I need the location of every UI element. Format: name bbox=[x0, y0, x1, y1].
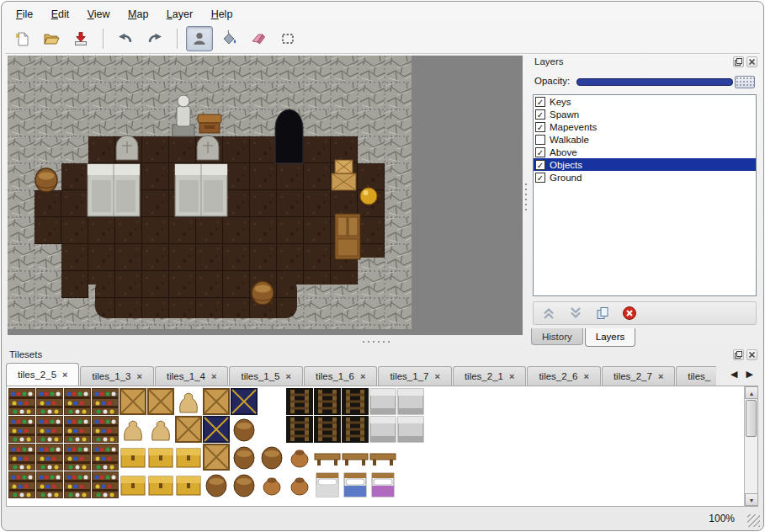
vertical-splitter[interactable] bbox=[523, 56, 529, 335]
layer-checkbox[interactable] bbox=[535, 135, 545, 145]
duplicate-layer-button[interactable] bbox=[592, 304, 613, 322]
new-file-button[interactable] bbox=[8, 26, 35, 51]
redo-button[interactable] bbox=[141, 26, 168, 51]
tab-close-icon[interactable]: × bbox=[583, 372, 588, 381]
scroll-up-button[interactable]: ▲ bbox=[745, 386, 758, 399]
tab-label: tiles_1_7 bbox=[390, 371, 428, 381]
tab-history[interactable]: History bbox=[531, 328, 583, 345]
tab-scroll-right-button[interactable]: ▶ bbox=[746, 369, 753, 380]
float-panel-button[interactable] bbox=[733, 56, 744, 67]
layer-list[interactable]: ✓ Keys ✓ Spawn ✓ Mapevents Walkable ✓ Ab… bbox=[533, 94, 757, 296]
layer-name: Ground bbox=[550, 173, 582, 183]
tab-label: tiles_2_1 bbox=[465, 371, 503, 381]
lower-layer-button[interactable] bbox=[566, 304, 586, 322]
duplicate-icon bbox=[595, 306, 610, 321]
tileset-tab-bar: tiles_2_5 × tiles_1_3 × tiles_1_4 × tile… bbox=[6, 363, 716, 386]
tileset-tab-tiles_2_6[interactable]: tiles_2_6 × bbox=[527, 366, 600, 386]
menu-map[interactable]: Map bbox=[120, 6, 156, 23]
tileset-tab-tiles_2_5[interactable]: tiles_2_5 × bbox=[6, 363, 79, 386]
map-image[interactable] bbox=[8, 56, 412, 329]
layer-row-keys[interactable]: ✓ Keys bbox=[534, 95, 756, 108]
layer-checkbox[interactable]: ✓ bbox=[535, 160, 545, 170]
tab-close-icon[interactable]: × bbox=[211, 372, 216, 381]
tab-close-icon[interactable]: × bbox=[62, 370, 67, 380]
raise-layer-icon bbox=[541, 306, 556, 321]
layer-row-spawn[interactable]: ✓ Spawn bbox=[534, 108, 756, 120]
layer-row-ground[interactable]: ✓ Ground bbox=[534, 171, 756, 184]
float-panel-button[interactable] bbox=[733, 349, 744, 360]
tab-label: tiles_ bbox=[688, 371, 710, 381]
layer-row-mapevents[interactable]: ✓ Mapevents bbox=[534, 120, 756, 133]
menu-edit[interactable]: Edit bbox=[44, 6, 77, 23]
tab-label: tiles_2_7 bbox=[614, 371, 652, 381]
tileset-tab-tiles_2_1[interactable]: tiles_2_1 × bbox=[453, 366, 526, 386]
map-canvas[interactable] bbox=[8, 56, 523, 335]
menu-file[interactable]: File bbox=[8, 6, 40, 23]
save-button[interactable] bbox=[67, 26, 94, 51]
opacity-slider-handle[interactable] bbox=[735, 76, 755, 88]
layer-row-walkable[interactable]: Walkable bbox=[534, 133, 756, 146]
tab-close-icon[interactable]: × bbox=[658, 372, 663, 381]
scrollbar-thumb[interactable] bbox=[746, 400, 757, 437]
layer-checkbox[interactable]: ✓ bbox=[535, 173, 545, 183]
layer-checkbox[interactable]: ✓ bbox=[535, 109, 545, 120]
opacity-slider[interactable] bbox=[576, 78, 733, 86]
tab-layers[interactable]: Layers bbox=[585, 328, 636, 347]
app-window: File Edit View Map Layer Help bbox=[1, 1, 764, 531]
stone-slab-left bbox=[88, 164, 140, 216]
layer-name: Spawn bbox=[550, 109, 579, 120]
menu-view[interactable]: View bbox=[80, 6, 118, 23]
undo-button[interactable] bbox=[112, 26, 139, 51]
tileset-tab-tiles_1_4[interactable]: tiles_1_4 × bbox=[155, 366, 228, 386]
tileset-view[interactable]: ▲ ▼ bbox=[6, 386, 758, 507]
tab-close-icon[interactable]: × bbox=[360, 372, 365, 381]
close-panel-button[interactable] bbox=[746, 349, 757, 360]
layer-name: Keys bbox=[550, 97, 571, 107]
tileset-tab-tiles_1_5[interactable]: tiles_1_5 × bbox=[229, 366, 302, 386]
tab-scroll-left-button[interactable]: ◀ bbox=[730, 369, 737, 380]
tab-close-icon[interactable]: × bbox=[434, 372, 439, 381]
open-button[interactable] bbox=[38, 26, 65, 51]
layer-row-objects[interactable]: ✓ Objects bbox=[534, 158, 756, 171]
scroll-down-button[interactable]: ▼ bbox=[745, 493, 758, 506]
layer-checkbox[interactable]: ✓ bbox=[535, 97, 545, 107]
selection-rect-icon bbox=[279, 30, 296, 47]
tileset-tab-clipped[interactable]: tiles_ × bbox=[676, 366, 716, 386]
raise-layer-button[interactable] bbox=[539, 304, 559, 322]
tab-close-icon[interactable]: × bbox=[137, 372, 142, 381]
tileset-tab-tiles_1_6[interactable]: tiles_1_6 × bbox=[304, 366, 377, 386]
panel-title: Layers bbox=[534, 56, 564, 66]
menu-layer[interactable]: Layer bbox=[159, 6, 200, 23]
close-icon bbox=[747, 350, 757, 359]
tab-close-icon[interactable]: × bbox=[286, 372, 291, 381]
layer-checkbox[interactable]: ✓ bbox=[535, 122, 545, 132]
rect-select-tool-button[interactable] bbox=[274, 26, 301, 51]
layer-actions-toolbar bbox=[533, 301, 757, 325]
close-panel-button[interactable] bbox=[746, 56, 757, 67]
resize-grip[interactable] bbox=[747, 514, 760, 527]
menu-help[interactable]: Help bbox=[204, 6, 241, 23]
undo-icon bbox=[117, 30, 134, 47]
tab-label: tiles_1_3 bbox=[92, 371, 130, 381]
fill-tool-button[interactable] bbox=[215, 26, 242, 51]
tileset-tab-tiles_2_7[interactable]: tiles_2_7 × bbox=[602, 366, 675, 386]
eraser-tool-button[interactable] bbox=[245, 26, 272, 51]
panel-title: Tilesets bbox=[9, 349, 42, 359]
tab-scroll-arrows: ◀ ▶ bbox=[730, 369, 753, 380]
delete-layer-button[interactable] bbox=[619, 304, 640, 322]
splitter-grip bbox=[361, 340, 391, 343]
float-icon bbox=[734, 350, 743, 359]
place-character-tool-button[interactable] bbox=[186, 26, 213, 51]
tileset-tab-tiles_1_7[interactable]: tiles_1_7 × bbox=[378, 366, 451, 386]
open-folder-icon bbox=[43, 30, 60, 47]
layer-checkbox[interactable]: ✓ bbox=[535, 147, 545, 157]
lower-layer-icon bbox=[568, 306, 583, 321]
tileset-vertical-scrollbar[interactable]: ▲ ▼ bbox=[744, 386, 757, 506]
horizontal-splitter[interactable] bbox=[8, 336, 523, 347]
tab-label: tiles_1_4 bbox=[167, 371, 205, 381]
tileset-image[interactable] bbox=[8, 388, 453, 499]
tileset-tab-tiles_1_3[interactable]: tiles_1_3 × bbox=[80, 366, 153, 386]
statusbar: 100% bbox=[2, 508, 763, 530]
tab-close-icon[interactable]: × bbox=[509, 372, 514, 381]
layer-row-above[interactable]: ✓ Above bbox=[534, 146, 756, 158]
